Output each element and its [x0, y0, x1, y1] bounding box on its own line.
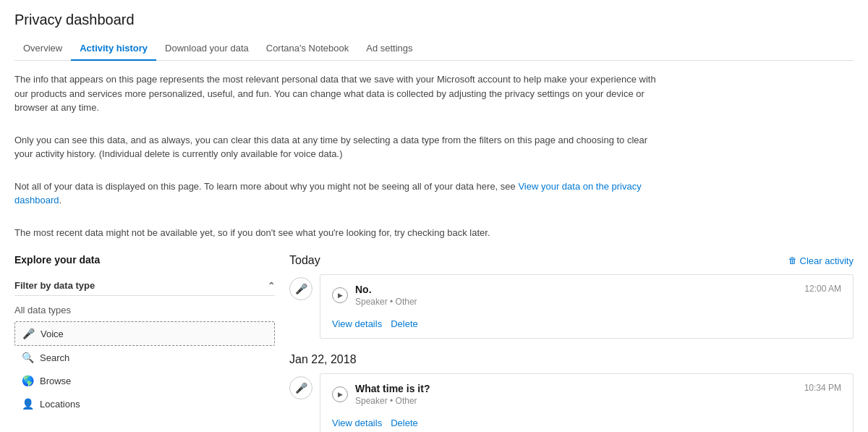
- play-button-2[interactable]: ▶: [332, 386, 348, 402]
- mic-icon: 🎤: [22, 328, 35, 339]
- activity-top: ▶ No. Speaker • Other 12:00 AM: [332, 284, 841, 307]
- filter-item-locations[interactable]: 👤 Locations: [14, 392, 275, 415]
- page-title: Privacy dashboard: [14, 12, 854, 28]
- section-today: Today 🗑 Clear activity 🎤 ▶: [289, 254, 854, 339]
- tab-cortanas-notebook[interactable]: Cortana's Notebook: [258, 37, 358, 61]
- view-details-link-1[interactable]: View details: [332, 318, 382, 329]
- filter-label: Filter by data type: [14, 280, 95, 291]
- activity-meta-1: Speaker • Other: [355, 297, 417, 307]
- activity-card-today: ▶ No. Speaker • Other 12:00 AM View deta…: [320, 274, 854, 339]
- activity-mic-icon: 🎤: [289, 277, 312, 300]
- chevron-up-icon: ⌃: [268, 281, 275, 291]
- delete-link-1[interactable]: Delete: [391, 318, 418, 329]
- activity-left-2: ▶ What time is it? Speaker • Other: [332, 383, 430, 406]
- tabs-nav: Overview Activity history Download your …: [14, 37, 854, 61]
- activity-mic-icon-2: 🎤: [289, 376, 312, 399]
- filter-item-voice[interactable]: 🎤 Voice: [14, 321, 275, 346]
- filter-item-browse[interactable]: 🌎 Browse: [14, 369, 275, 392]
- clear-activity-label: Clear activity: [800, 255, 854, 266]
- activity-info: No. Speaker • Other: [355, 284, 417, 307]
- tab-activity-history[interactable]: Activity history: [71, 37, 156, 61]
- activity-group-today: 🎤 ▶ No. Speaker • Other: [289, 274, 854, 339]
- intro-para2: Only you can see this data, and as alway…: [14, 133, 665, 161]
- activity-time-2: 10:34 PM: [804, 383, 841, 393]
- filter-item-search-label: Search: [40, 352, 69, 363]
- sidebar: Explore your data Filter by data type ⌃ …: [14, 254, 289, 432]
- search-icon: 🔍: [22, 352, 34, 363]
- activity-left: ▶ No. Speaker • Other: [332, 284, 417, 307]
- activity-title-1: No.: [355, 284, 417, 295]
- activity-time-1: 12:00 AM: [804, 284, 841, 294]
- clear-activity-button[interactable]: 🗑 Clear activity: [788, 255, 854, 266]
- section-date-today: Today: [289, 254, 320, 267]
- activity-icon-col-2: 🎤: [289, 373, 312, 399]
- filter-all-types: All data types: [14, 302, 275, 318]
- activity-top-2: ▶ What time is it? Speaker • Other 10:34…: [332, 383, 841, 406]
- section-header-today: Today 🗑 Clear activity: [289, 254, 854, 267]
- filter-header[interactable]: Filter by data type ⌃: [14, 276, 275, 296]
- section-header-jan22: Jan 22, 2018: [289, 353, 854, 366]
- tab-ad-settings[interactable]: Ad settings: [357, 37, 421, 61]
- intro-para3-prefix: Not all of your data is displayed on thi…: [14, 181, 518, 192]
- activity-entry-2: ▶ What time is it? Speaker • Other 10:34…: [320, 374, 853, 432]
- filter-item-voice-label: Voice: [41, 329, 64, 339]
- activity-actions-2: View details Delete: [332, 413, 841, 428]
- intro-para4: The most recent data might not be availa…: [14, 226, 665, 240]
- view-details-link-2[interactable]: View details: [332, 418, 382, 428]
- filter-item-locations-label: Locations: [40, 399, 80, 410]
- activity-icon-col: 🎤: [289, 274, 312, 300]
- activity-entry-1: ▶ No. Speaker • Other 12:00 AM View deta…: [320, 275, 853, 338]
- intro-para3-suffix: .: [59, 195, 61, 206]
- intro-para1: The info that appears on this page repre…: [14, 72, 665, 115]
- filter-item-browse-label: Browse: [40, 376, 71, 386]
- activity-title-2: What time is it?: [355, 383, 430, 394]
- trash-icon: 🗑: [788, 255, 797, 266]
- delete-link-2[interactable]: Delete: [391, 418, 418, 428]
- filter-item-search[interactable]: 🔍 Search: [14, 346, 275, 369]
- play-button-1[interactable]: ▶: [332, 287, 348, 303]
- section-date-jan22: Jan 22, 2018: [289, 353, 357, 366]
- main-layout: Explore your data Filter by data type ⌃ …: [14, 254, 854, 432]
- intro-para3: Not all of your data is displayed on thi…: [14, 179, 665, 208]
- activity-card-jan22: ▶ What time is it? Speaker • Other 10:34…: [320, 373, 854, 432]
- activity-meta-2: Speaker • Other: [355, 396, 430, 406]
- activity-actions-1: View details Delete: [332, 314, 841, 329]
- activity-info-2: What time is it? Speaker • Other: [355, 383, 430, 406]
- content-area: Today 🗑 Clear activity 🎤 ▶: [289, 254, 854, 432]
- location-icon: 👤: [22, 398, 34, 410]
- page-container: Privacy dashboard Overview Activity hist…: [0, 0, 868, 432]
- section-jan22: Jan 22, 2018 🎤 ▶ What time is it?: [289, 353, 854, 432]
- globe-icon: 🌎: [22, 375, 34, 386]
- activity-group-jan22: 🎤 ▶ What time is it? Speaker • Other: [289, 373, 854, 432]
- sidebar-title: Explore your data: [14, 254, 275, 266]
- tab-download-your-data[interactable]: Download your data: [156, 37, 258, 61]
- tab-overview[interactable]: Overview: [14, 37, 71, 61]
